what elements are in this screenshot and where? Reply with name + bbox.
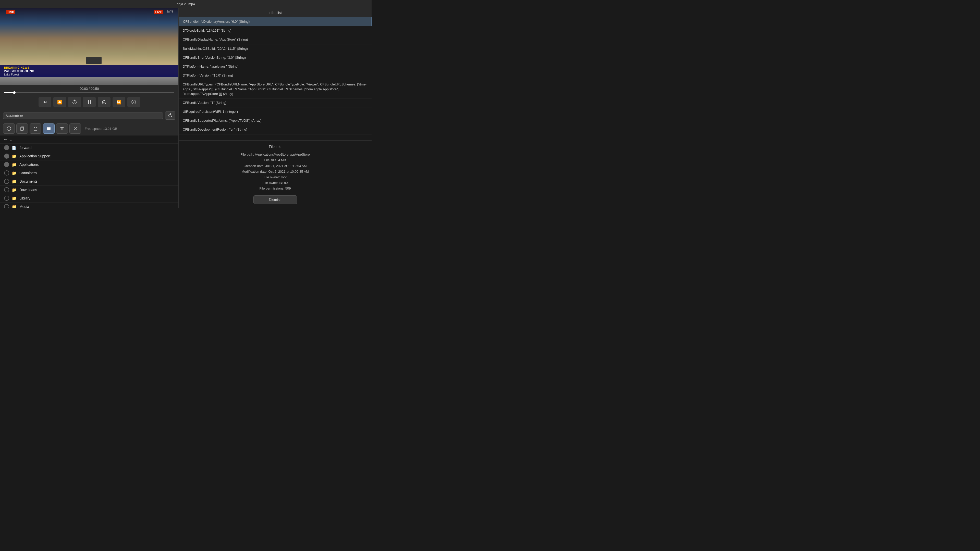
- file-status-icon: [4, 170, 9, 176]
- progress-fill: [4, 92, 14, 93]
- plist-title: Info.plist: [179, 8, 372, 17]
- list-item[interactable]: 📁 Media: [0, 203, 178, 208]
- info-button[interactable]: [127, 97, 140, 107]
- plist-row[interactable]: CFBundleVersion: "1" (String): [179, 98, 372, 107]
- forward10-icon: 10: [101, 99, 107, 105]
- timeline-area: 00:03 / 00:50: [0, 85, 178, 95]
- plist-row[interactable]: CFBundleInfoDictionaryVersion: "6.0" (St…: [179, 17, 372, 26]
- doc-icon: 📄: [12, 146, 16, 150]
- list-view-icon: [46, 126, 51, 131]
- svg-text:10: 10: [74, 102, 75, 103]
- svg-text:10: 10: [103, 102, 105, 103]
- right-panel: Info.plist CFBundleInfoDictionaryVersion…: [179, 8, 372, 208]
- close-x-button[interactable]: [69, 124, 81, 134]
- file-name-label: Containers: [19, 171, 37, 175]
- refresh-button[interactable]: [165, 111, 175, 120]
- list-item[interactable]: 📄 .forward: [0, 144, 178, 152]
- location-text: 241 SOUTHBOUND: [4, 69, 174, 73]
- video-player[interactable]: LIVE LIVE SKY9 BREAKING NEWS 241 SOUTHBO…: [0, 8, 178, 85]
- plist-row[interactable]: DTPlatformVersion: "15.0" (String): [179, 71, 372, 80]
- list-item[interactable]: 📁 Documents: [0, 177, 178, 186]
- list-item[interactable]: 📁 Containers: [0, 169, 178, 177]
- file-size: File size: 4 MB: [183, 157, 368, 163]
- list-item[interactable]: 📁 Applications: [0, 160, 178, 169]
- plist-row[interactable]: UIRequiresPersistentWiFi: 1 (Integer): [179, 107, 372, 116]
- video-frame: LIVE LIVE SKY9 BREAKING NEWS 241 SOUTHBO…: [0, 8, 178, 85]
- playback-controls: ⏮ ⏪ 10 10 ⏩: [0, 95, 178, 110]
- pause-icon: [87, 100, 92, 104]
- rewind-button[interactable]: ⏪: [53, 97, 66, 107]
- svg-rect-14: [47, 129, 51, 130]
- window-title: deja vu.mp4: [0, 0, 372, 8]
- back-icon: ↩: [4, 137, 7, 142]
- file-path: File path: /Applications/AppStore.app/Ap…: [183, 152, 368, 157]
- dismiss-button[interactable]: Dismiss: [253, 195, 297, 204]
- modification-date: Modification date: Oct 2, 2021 at 10:09:…: [183, 169, 368, 175]
- list-item[interactable]: 📁 Library: [0, 194, 178, 203]
- delete-button[interactable]: [56, 124, 68, 134]
- left-panel: LIVE LIVE SKY9 BREAKING NEWS 241 SOUTHBO…: [0, 8, 179, 208]
- home-button[interactable]: [3, 124, 15, 134]
- file-info-title: File info: [183, 144, 368, 149]
- file-name-label: .forward: [19, 146, 32, 150]
- plist-rows: CFBundleInfoDictionaryVersion: "6.0" (St…: [179, 17, 372, 135]
- file-status-icon: [4, 196, 9, 201]
- svg-rect-1: [88, 100, 89, 104]
- time-display: 00:03 / 00:50: [4, 87, 174, 91]
- live-badge-left: LIVE: [6, 10, 15, 14]
- refresh-icon: [168, 113, 172, 118]
- list-item[interactable]: 📁 Application Support: [0, 152, 178, 160]
- video-scene: LIVE LIVE SKY9 BREAKING NEWS 241 SOUTHBO…: [0, 8, 178, 85]
- plist-section: Info.plist CFBundleInfoDictionaryVersion…: [179, 8, 372, 141]
- plist-row[interactable]: DTPlatformName: "appletvos" (String): [179, 62, 372, 71]
- forward10-button[interactable]: 10: [98, 97, 110, 107]
- info-icon: [131, 100, 136, 104]
- file-name-label: Library: [19, 196, 30, 200]
- file-name-label: Application Support: [19, 154, 50, 158]
- replay10-icon: 10: [72, 99, 77, 105]
- file-name-label: Documents: [19, 179, 38, 183]
- folder-icon: 📁: [12, 171, 17, 176]
- list-item[interactable]: 📁 Downloads: [0, 186, 178, 194]
- channel-logo: SKY9: [167, 10, 173, 13]
- delete-icon: [60, 126, 64, 131]
- folder-icon: 📁: [12, 154, 17, 159]
- list-view-button[interactable]: [43, 124, 55, 134]
- home-icon: [6, 126, 11, 131]
- plist-row[interactable]: BuildMachineOSBuild: "20A241115" (String…: [179, 44, 372, 53]
- svg-point-6: [134, 101, 134, 101]
- plist-row[interactable]: CFBundleDevelopmentRegion: "en" (String): [179, 125, 372, 134]
- breaking-news-label: BREAKING NEWS: [4, 66, 174, 69]
- plist-row[interactable]: CFBundleDisplayName: "App Store" (String…: [179, 35, 372, 44]
- svg-point-7: [7, 127, 11, 130]
- plist-row[interactable]: CFBundleShortVersionString: "3.0" (Strin…: [179, 53, 372, 62]
- svg-rect-2: [90, 100, 91, 104]
- plist-row[interactable]: CFBundleSupportedPlatforms: ["AppleTVOS"…: [179, 116, 372, 125]
- replay10-button[interactable]: 10: [68, 97, 81, 107]
- free-space-label: Free space: 13.21 GB: [85, 127, 117, 130]
- progress-bar[interactable]: [4, 92, 174, 93]
- plist-row[interactable]: CFBundleURLTypes: [{CFBundleURLName: "Ap…: [179, 80, 372, 98]
- live-badge-right: LIVE: [154, 10, 163, 14]
- fast-forward-button[interactable]: ⏩: [113, 97, 125, 107]
- paste-icon: [33, 126, 38, 131]
- paste-button[interactable]: [30, 124, 41, 134]
- file-name-label: Media: [19, 205, 29, 208]
- parent-dir-label: ..: [10, 138, 12, 141]
- copy-path-button[interactable]: [16, 124, 28, 134]
- skip-to-start-button[interactable]: ⏮: [38, 97, 51, 107]
- pause-button[interactable]: [83, 97, 96, 107]
- path-input[interactable]: [3, 113, 163, 119]
- file-info-section: File info File path: /Applications/AppSt…: [179, 141, 372, 208]
- folder-icon: 📁: [12, 196, 17, 201]
- svg-rect-12: [47, 127, 51, 128]
- file-name-label: Downloads: [19, 188, 37, 192]
- list-item[interactable]: ↩ ..: [0, 135, 178, 144]
- svg-rect-9: [21, 127, 23, 130]
- plist-row[interactable]: DTXcodeBuild: "13A191" (String): [179, 26, 372, 35]
- svg-rect-5: [134, 102, 134, 103]
- creation-date: Creation date: Jul 21, 2021 at 11:12:54 …: [183, 163, 368, 169]
- address-bar: [0, 110, 178, 122]
- copy-path-icon: [20, 126, 24, 131]
- file-toolbar: Free space: 13.21 GB: [0, 122, 178, 135]
